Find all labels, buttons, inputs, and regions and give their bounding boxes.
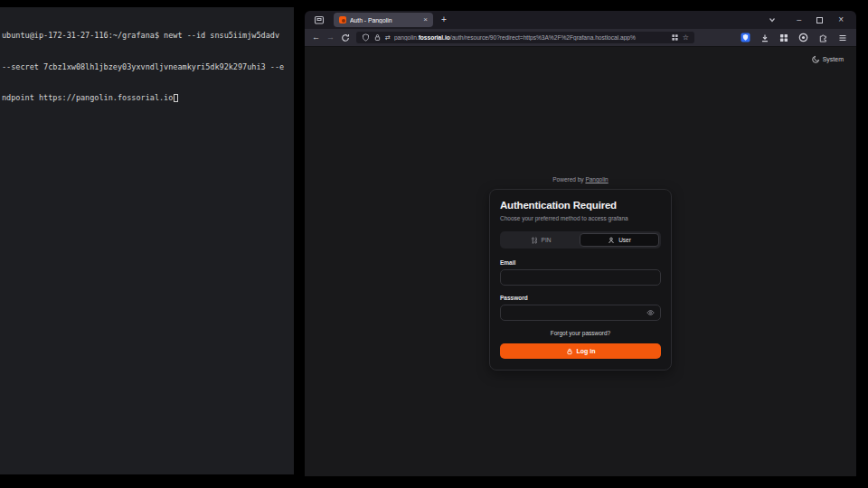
card-title: Authentication Required [500,200,661,211]
terminal-cursor [174,94,178,102]
tracking-protection-shield-icon[interactable] [362,33,370,42]
password-label: Password [500,295,661,301]
login-lock-icon [566,348,573,355]
password-visibility-toggle-eye-icon[interactable] [646,309,655,317]
url-text[interactable]: pangolin.fossorial.io/auth/resource/90?r… [394,34,667,41]
theme-toggle-label: System [823,56,844,62]
theme-toggle[interactable]: System [812,55,844,63]
url-bar[interactable]: ⇄ pangolin.fossorial.io/auth/resource/90… [356,32,694,43]
email-field[interactable] [500,269,661,286]
forward-button[interactable]: → [326,33,335,42]
terminal-window[interactable]: ubuntu@ip-172-31-27-116:~/grafana$ newt … [0,7,294,474]
pangolin-favicon [339,16,346,23]
auth-card: Authentication Required Choose your pref… [489,189,672,371]
extensions-puzzle-icon[interactable] [818,33,828,42]
maximize-button[interactable] [816,17,823,23]
browser-window: Auth - Pangolin × + – × ← → ⇄ pangol [305,11,856,476]
page-content: System Powered by Pangolin Authenticatio… [305,46,856,476]
back-button[interactable]: ← [312,33,320,42]
tab-bar: Auth - Pangolin × + – × [305,11,856,29]
terminal-line: ubuntu@ip-172-31-27-116:~/grafana$ newt … [2,31,292,42]
tab-title: Auth - Pangolin [350,17,420,23]
reload-button[interactable] [341,33,350,42]
tab-pin[interactable]: PIN [502,233,580,247]
bitwarden-extension-icon[interactable] [741,33,750,42]
menu-hamburger-icon[interactable] [838,33,847,42]
email-label: Email [500,259,661,266]
powered-by: Powered by Pangolin [489,176,672,183]
tab-close-icon[interactable]: × [423,16,428,23]
moon-icon [812,55,820,63]
lock-icon[interactable] [373,33,382,42]
password-field[interactable] [500,305,661,321]
record-circle-extension-icon[interactable] [798,33,808,42]
bookmark-star-icon[interactable]: ☆ [683,34,689,42]
forgot-password-link[interactable]: Forgot your password? [500,330,661,336]
login-button[interactable]: Log in [500,343,661,359]
downloads-icon[interactable] [760,33,769,42]
keypad-binary-icon [531,237,538,244]
split-view-grid-icon[interactable] [779,33,788,42]
terminal-line: ndpoint https://pangolin.fossorial.io [2,93,292,104]
new-tab-button[interactable]: + [441,15,447,24]
close-window-button[interactable]: × [838,15,844,24]
firefox-view-icon[interactable] [314,14,325,25]
pangolin-link[interactable]: Pangolin [585,176,608,183]
card-subtitle: Choose your preferred method to access g… [500,215,661,221]
user-icon [608,237,615,244]
tab-list-chevron-icon[interactable] [768,15,777,24]
tab-user[interactable]: User [580,233,659,247]
translate-arrows-icon[interactable]: ⇄ [385,34,391,41]
browser-tab[interactable]: Auth - Pangolin × [334,13,433,27]
terminal-line: --secret 7cbz1xw08lh1jbzey03yxvndljvneam… [2,62,292,73]
auth-method-tabs: PIN User [500,231,661,249]
browser-toolbar: ← → ⇄ pangolin.fossorial.io/auth/resourc… [305,29,856,46]
minimize-button[interactable]: – [797,16,801,24]
container-grid-icon[interactable] [671,33,679,42]
